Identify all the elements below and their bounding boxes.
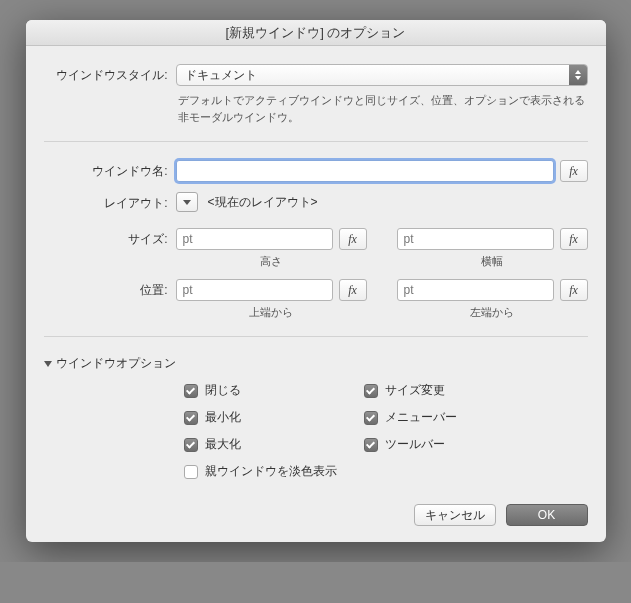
maximize-label: 最大化 [205, 436, 241, 453]
ok-button[interactable]: OK [506, 504, 588, 526]
toolbar-label: ツールバー [385, 436, 445, 453]
options-section-header[interactable]: ウインドウオプション [44, 355, 588, 372]
menubar-label: メニューバー [385, 409, 457, 426]
close-label: 閉じる [205, 382, 241, 399]
resize-checkbox[interactable] [364, 384, 378, 398]
minimize-label: 最小化 [205, 409, 241, 426]
section-divider-2 [44, 336, 588, 337]
window-style-label: ウインドウスタイル: [44, 64, 176, 84]
top-sublabel: 上端から [176, 305, 367, 320]
window-style-help: デフォルトでアクティブウインドウと同じサイズ、位置、オプションで表示される非モー… [176, 92, 588, 125]
resize-label: サイズ変更 [385, 382, 445, 399]
layout-value: <現在のレイアウト> [204, 194, 318, 211]
fx-button-name[interactable]: fx [560, 160, 588, 182]
window-name-label: ウインドウ名: [44, 160, 176, 180]
height-input[interactable]: pt [176, 228, 333, 250]
cancel-button[interactable]: キャンセル [414, 504, 496, 526]
updown-arrows-icon [569, 65, 587, 85]
minimize-checkbox[interactable] [184, 411, 198, 425]
dialog-window: [新規ウインドウ] のオプション ウインドウスタイル: ドキュメント デフォルト… [26, 20, 606, 542]
top-placeholder: pt [183, 283, 193, 297]
position-label: 位置: [44, 279, 176, 299]
options-title: ウインドウオプション [56, 355, 176, 372]
left-sublabel: 左端から [397, 305, 588, 320]
dim-parent-checkbox[interactable] [184, 465, 198, 479]
left-placeholder: pt [404, 283, 414, 297]
close-checkbox[interactable] [184, 384, 198, 398]
layout-dropdown[interactable] [176, 192, 198, 212]
window-titlebar: [新規ウインドウ] のオプション [26, 20, 606, 46]
size-label: サイズ: [44, 228, 176, 248]
fx-button-height[interactable]: fx [339, 228, 367, 250]
window-title: [新規ウインドウ] のオプション [226, 24, 406, 42]
height-placeholder: pt [183, 232, 193, 246]
disclosure-triangle-icon [44, 361, 52, 367]
left-input[interactable]: pt [397, 279, 554, 301]
width-input[interactable]: pt [397, 228, 554, 250]
window-style-value: ドキュメント [185, 67, 257, 84]
window-style-select[interactable]: ドキュメント [176, 64, 588, 86]
section-divider [44, 141, 588, 142]
fx-button-top[interactable]: fx [339, 279, 367, 301]
dim-parent-label: 親ウインドウを淡色表示 [205, 463, 337, 480]
fx-button-width[interactable]: fx [560, 228, 588, 250]
dialog-content: ウインドウスタイル: ドキュメント デフォルトでアクティブウインドウと同じサイズ… [26, 46, 606, 542]
maximize-checkbox[interactable] [184, 438, 198, 452]
window-name-input[interactable] [176, 160, 554, 182]
menubar-checkbox[interactable] [364, 411, 378, 425]
top-input[interactable]: pt [176, 279, 333, 301]
width-sublabel: 横幅 [397, 254, 588, 269]
width-placeholder: pt [404, 232, 414, 246]
toolbar-checkbox[interactable] [364, 438, 378, 452]
fx-button-left[interactable]: fx [560, 279, 588, 301]
height-sublabel: 高さ [176, 254, 367, 269]
layout-label: レイアウト: [44, 192, 176, 212]
